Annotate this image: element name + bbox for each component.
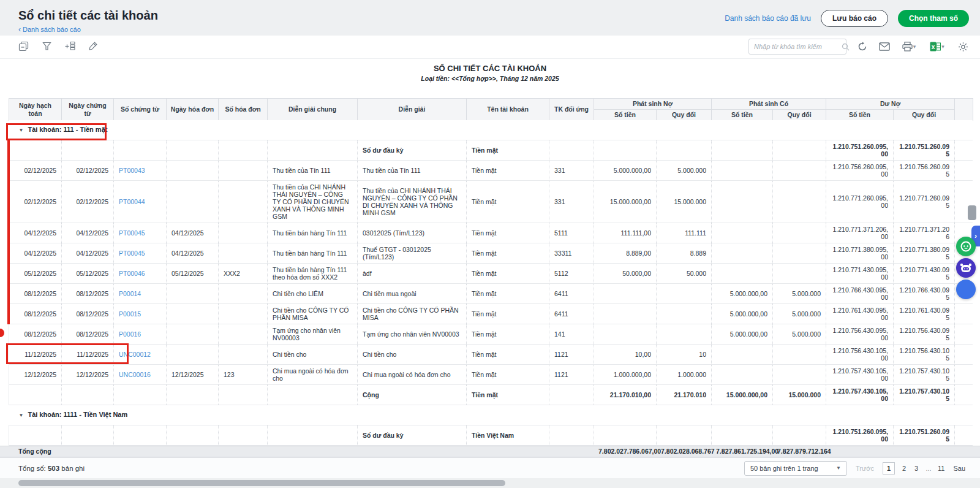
table-cell: Tiền mặt xyxy=(467,385,549,405)
table-cell xyxy=(268,385,358,405)
collapse-caret-icon[interactable]: ▼ xyxy=(19,413,24,418)
table-cell: 1.210.771.371.206 xyxy=(894,223,955,243)
table-row: Số dư đầu kỳTiền Việt Nam1.210.751.260.0… xyxy=(9,425,973,446)
table-cell-spacer xyxy=(955,140,973,161)
vertical-scrollbar-thumb[interactable] xyxy=(968,205,976,220)
doc-number-link[interactable]: PT00043 xyxy=(119,167,145,174)
column-subheader[interactable]: Số tiền xyxy=(712,110,773,121)
add-row-icon[interactable] xyxy=(64,40,76,52)
table-cell xyxy=(219,304,268,324)
table-cell xyxy=(594,284,657,304)
column-header[interactable]: Ngày chứng từ xyxy=(62,99,114,121)
table-cell: P00015 xyxy=(114,304,167,324)
table-cell: 08/12/2025 xyxy=(62,284,114,304)
table-cell: Tạm ứng cho nhân viên NV00003 xyxy=(358,324,467,345)
doc-number-link[interactable]: UNC00016 xyxy=(119,371,151,378)
pagination-prev[interactable]: Trước xyxy=(856,465,874,472)
table-cell xyxy=(773,425,826,446)
save-report-button[interactable]: Lưu báo cáo xyxy=(821,10,888,27)
column-header[interactable]: Diễn giải chung xyxy=(268,99,358,121)
column-group-header[interactable]: Dư Nợ xyxy=(826,99,955,110)
column-header[interactable]: Số chứng từ xyxy=(114,99,167,121)
table-cell: 1.210.771.260.095,00 xyxy=(826,181,894,223)
column-group-header[interactable]: Phát sinh Có xyxy=(712,99,826,110)
pagination-next[interactable]: Sau xyxy=(953,465,965,472)
assistant-purple-button[interactable] xyxy=(956,258,976,278)
table-cell: 141 xyxy=(549,324,594,345)
assistant-blue-button[interactable] xyxy=(956,280,976,299)
table-row: 08/12/202508/12/2025P00015Chi tiền cho C… xyxy=(9,304,973,324)
refresh-icon[interactable] xyxy=(856,40,869,53)
print-icon[interactable]: ▾ xyxy=(900,40,918,53)
table-cell xyxy=(219,425,268,446)
assistant-green-button[interactable] xyxy=(956,237,976,256)
table-cell xyxy=(62,425,114,446)
collapse-all-icon[interactable] xyxy=(17,40,29,52)
table-cell xyxy=(219,243,268,264)
column-subheader[interactable]: Số tiền xyxy=(826,110,894,121)
table-cell xyxy=(219,140,268,161)
horizontal-scrollbar-thumb[interactable] xyxy=(18,480,505,486)
search-input[interactable] xyxy=(754,43,842,50)
table-cell: Thu tiền của CHI NHÁNH THÁI NGUYÊN – CÔN… xyxy=(358,181,467,223)
pagination-page-1[interactable]: 1 xyxy=(883,462,895,475)
doc-number-link[interactable]: PT00046 xyxy=(119,270,145,277)
column-header[interactable]: Ngày hóa đơn xyxy=(167,99,219,121)
table-cell: 5.000.000,00 xyxy=(712,284,773,304)
search-box[interactable] xyxy=(748,39,846,55)
table-cell xyxy=(167,304,219,324)
table-cell xyxy=(167,161,219,181)
doc-number-link[interactable]: P00016 xyxy=(119,330,141,338)
table-cell-spacer xyxy=(955,161,973,181)
table-cell xyxy=(219,161,268,181)
doc-number-link[interactable]: P00014 xyxy=(119,290,141,297)
pagination-page-3[interactable]: 3 xyxy=(913,465,919,472)
table-cell: Thuế GTGT - 03012025 (Tím/L123) xyxy=(358,243,467,264)
settings-gear-icon[interactable] xyxy=(957,40,969,53)
doc-number-link[interactable]: P00015 xyxy=(119,310,141,318)
table-cell: 331 xyxy=(549,181,594,223)
table-cell xyxy=(594,425,657,446)
pagination-page-11[interactable]: 11 xyxy=(938,465,944,472)
page-size-select[interactable]: 50 bản ghi trên 1 trang▼ xyxy=(744,461,847,476)
choose-params-button[interactable]: Chọn tham số xyxy=(898,10,969,27)
column-header[interactable]: Diễn giải xyxy=(358,99,467,121)
group-header-row[interactable]: ▼Tài khoản: 1111 - Tiền Việt Nam xyxy=(9,405,973,425)
column-header[interactable]: Tên tài khoản xyxy=(467,99,549,121)
column-header[interactable]: Ngày hạch toán xyxy=(9,99,62,121)
column-header[interactable]: Số hóa đơn xyxy=(219,99,268,121)
table-cell: Số dư đầu kỳ xyxy=(358,140,467,161)
doc-number-link[interactable]: UNC00012 xyxy=(119,351,151,358)
edit-icon[interactable] xyxy=(87,40,99,52)
table-row: 02/12/202502/12/2025PT00044Thu tiền của … xyxy=(9,181,973,223)
column-subheader[interactable]: Số tiền xyxy=(594,110,657,121)
horizontal-scrollbar[interactable] xyxy=(0,478,980,488)
column-subheader[interactable]: Quy đổi xyxy=(773,110,826,121)
doc-number-link[interactable]: PT00045 xyxy=(119,250,145,257)
excel-export-icon[interactable]: x ▾ xyxy=(927,40,947,53)
table-cell: 05/12/2025 xyxy=(62,264,114,284)
table-cell xyxy=(114,140,167,161)
table-cell: PT00046 xyxy=(114,264,167,284)
column-header[interactable]: TK đối ứng xyxy=(549,99,594,121)
breadcrumb[interactable]: ‹Danh sách báo cáo xyxy=(18,25,81,34)
column-subheader[interactable]: Quy đổi xyxy=(894,110,955,121)
table-cell: 1.000.000 xyxy=(657,365,712,385)
toolbar-right: ▾ x ▾ xyxy=(748,39,969,55)
table-cell xyxy=(712,161,773,181)
table-cell xyxy=(712,223,773,243)
group-header-row[interactable]: ▼Tài khoản: 111 - Tiền mặt xyxy=(9,120,973,140)
table-cell: Chi tiền mua ngoài xyxy=(358,284,467,304)
column-group-header[interactable]: Phát sinh Nợ xyxy=(594,99,712,110)
saved-reports-link[interactable]: Danh sách báo cáo đã lưu xyxy=(725,14,811,23)
table-cell: 331 xyxy=(549,161,594,181)
collapse-caret-icon[interactable]: ▼ xyxy=(19,128,24,133)
column-subheader[interactable]: Quy đổi xyxy=(657,110,712,121)
email-icon[interactable] xyxy=(878,40,891,53)
filter-icon[interactable] xyxy=(40,40,53,52)
pagination-page-2[interactable]: 2 xyxy=(901,465,907,472)
doc-number-link[interactable]: PT00044 xyxy=(119,198,145,205)
table-cell xyxy=(773,243,826,264)
table-cell: 1.000.000,00 xyxy=(594,365,657,385)
doc-number-link[interactable]: PT00045 xyxy=(119,229,145,237)
